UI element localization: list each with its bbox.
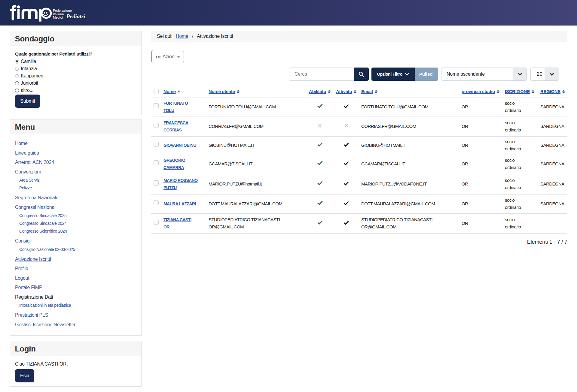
svg-text:Medici: Medici (53, 16, 63, 19)
svg-text:Federazione: Federazione (53, 9, 72, 12)
svg-text:Pediatri: Pediatri (66, 13, 85, 20)
